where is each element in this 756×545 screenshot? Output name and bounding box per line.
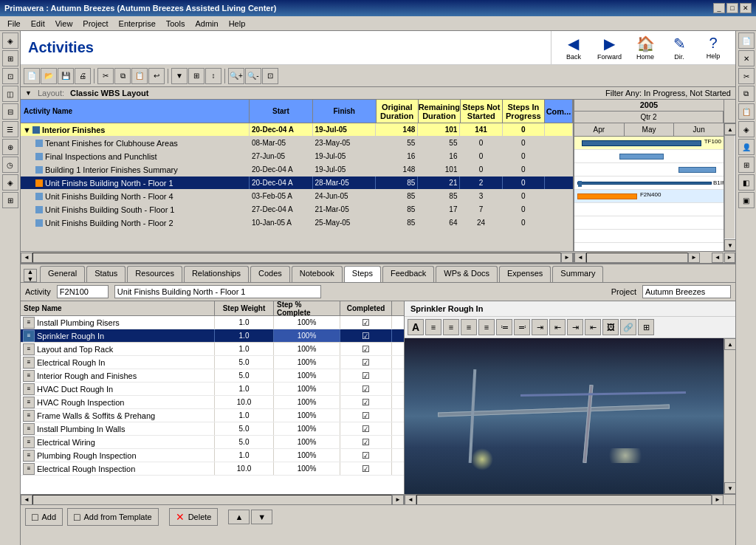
step-check[interactable]: ☑ [340,422,392,435]
toolbar-paste[interactable]: 📋 [131,68,148,84]
menu-enterprise[interactable]: Enterprise [114,18,160,29]
menu-file[interactable]: File [3,18,25,29]
gantt-scroll-track[interactable] [724,135,735,239]
col-header-start[interactable]: Start [250,100,313,123]
menu-admin[interactable]: Admin [190,18,222,29]
steps-table-body[interactable]: ≡ Install Plumbing Risers 1.0 100% ☑ [21,316,404,494]
img-hscroll-track[interactable] [416,495,712,505]
gantt-h-scroll-right[interactable]: ► [688,253,700,263]
tab-summary[interactable]: Summary [552,266,603,282]
rt-image-btn[interactable]: 🖼 [602,319,619,335]
toolbar-cut[interactable]: ✂ [97,68,114,84]
rt-indent-in2[interactable]: ⇥ [567,319,583,335]
maximize-button[interactable]: □ [726,3,738,13]
col-header-finish[interactable]: Finish [313,100,377,123]
toolbar-zoomout[interactable]: 🔍- [245,68,261,84]
step-row[interactable]: ≡ Interior Rough and Finishes 5.0 100% ☑ [21,369,404,383]
col-header-rem[interactable]: Remaining Duration [419,100,461,123]
tab-feedback[interactable]: Feedback [382,266,434,282]
toolbar-undo[interactable]: ↩ [148,68,165,84]
rt-bullet-list[interactable]: ≔ [496,319,512,335]
sidebar-icon-7[interactable]: ⊕ [2,139,18,155]
toolbar-save[interactable]: 💾 [58,68,74,84]
rt-align-left[interactable]: ≡ [425,319,441,335]
img-scroll-down[interactable]: ▼ [724,482,735,494]
rt-align-right[interactable]: ≡ [461,319,477,335]
step-row[interactable]: ≡ Plumbing Rough Inspection 1.0 100% ☑ [21,449,404,462]
gantt-next-btn[interactable]: ► [724,253,736,263]
h-scroll-right-btn[interactable]: ► [561,253,573,263]
sidebar-icon-10[interactable]: ⊞ [2,192,18,208]
sidebar-icon-8[interactable]: ◷ [2,157,18,173]
img-scroll-up[interactable]: ▲ [724,338,735,350]
col-header-steps-ip[interactable]: Steps In Progress [503,100,545,123]
rt-bold-btn[interactable]: A [408,319,424,335]
gantt-h-scroll-track[interactable] [586,253,688,263]
step-check[interactable]: ☑ [340,396,392,408]
toolbar-group[interactable]: ⊞ [188,68,205,84]
right-icon-9[interactable]: ◧ [738,174,755,191]
col-header-activity-name[interactable]: Activity Name [21,100,250,123]
toolbar-fit[interactable]: ⊡ [262,68,278,84]
gantt-h-scroll-left[interactable]: ◄ [574,253,586,263]
sth-weight[interactable]: Step Weight [215,301,274,315]
activity-id-input[interactable] [57,285,109,298]
step-check[interactable]: ☑ [340,449,392,462]
step-row[interactable]: ≡ Layout and Top Rack 1.0 100% ☑ [21,343,404,356]
rt-num-list[interactable]: ≕ [514,319,530,335]
step-check[interactable]: ☑ [340,462,392,475]
rt-align-justify[interactable]: ≡ [478,319,495,335]
toolbar-open[interactable]: 📂 [41,68,57,84]
project-value-input[interactable] [642,285,731,298]
right-icon-6[interactable]: ◈ [738,121,755,137]
step-check[interactable]: ☑ [340,316,392,329]
gantt-hscroll[interactable]: ◄ ► [574,253,712,263]
tab-notebook[interactable]: Notebook [292,266,343,282]
h-scroll-left-btn[interactable]: ◄ [21,253,32,263]
tab-general[interactable]: General [40,266,85,282]
menu-edit[interactable]: Edit [27,18,49,29]
tab-wps-docs[interactable]: WPs & Docs [436,266,498,282]
add-button[interactable]: □ Add [25,508,63,526]
steps-hscroll[interactable]: ◄ ► [21,494,404,504]
sidebar-icon-5[interactable]: ⊟ [2,103,18,120]
right-icon-4[interactable]: ⧉ [738,86,755,102]
sth-check[interactable]: Completed [340,301,392,315]
gantt-scroll-down[interactable]: ▼ [724,239,735,251]
rt-indent-in[interactable]: ⇥ [532,319,548,335]
image-vscroll[interactable]: ▲ ▼ [724,338,735,494]
step-row-selected[interactable]: ≡ Sprinkler Rough In 1.0 100% ☑ [21,329,404,343]
gantt-scroll-up[interactable]: ▲ [724,123,735,135]
minimize-button[interactable]: _ [713,3,725,13]
add-from-template-button[interactable]: □ Add from Template [67,508,159,526]
step-row[interactable]: ≡ Install Plumbing In Walls 5.0 100% ☑ [21,422,404,436]
step-check[interactable]: ☑ [340,436,392,448]
rt-align-center[interactable]: ≡ [443,319,459,335]
right-icon-3[interactable]: ✂ [738,68,755,84]
gantt-prev-btn[interactable]: ◄ [712,253,724,263]
step-check[interactable]: ☑ [340,369,392,382]
step-row[interactable]: ≡ Electrical Rough Inspection 10.0 100% … [21,462,404,476]
rt-table-btn[interactable]: ⊞ [638,319,654,335]
nav-back[interactable]: ◀ Back [557,33,590,62]
nav-home[interactable]: 🏠 Home [629,33,662,62]
table-row[interactable]: Unit Finishs Building North - Floor 2 10… [21,216,573,230]
right-icon-1[interactable]: 📄 [738,32,755,49]
tab-resources[interactable]: Resources [127,266,182,282]
h-scroll-track[interactable] [32,253,561,263]
col-header-steps-ns[interactable]: Steps Not Started [461,100,503,123]
step-row[interactable]: ≡ Install Plumbing Risers 1.0 100% ☑ [21,316,404,329]
delete-button[interactable]: ✕ Delete [169,508,219,526]
step-row[interactable]: ≡ Frame Walls & Soffits & Prehang 1.0 10… [21,409,404,422]
rt-indent-out[interactable]: ⇤ [549,319,566,335]
img-hscroll-right[interactable]: ► [712,495,724,505]
table-row[interactable]: Building 1 Interior Finishes Summary 20-… [21,163,573,176]
table-row[interactable]: Unit Finishs Building South - Floor 1 27… [21,203,573,216]
panel-expand-btn[interactable]: ▲▼ [24,269,37,282]
toolbar-sort[interactable]: ↕ [205,68,221,84]
right-icon-10[interactable]: ▣ [738,192,755,208]
image-hscroll[interactable]: ◄ ► [405,494,735,504]
sidebar-icon-4[interactable]: ◫ [2,86,18,102]
close-button[interactable]: ✕ [740,3,752,13]
nav-forward[interactable]: ▶ Forward [591,33,628,62]
